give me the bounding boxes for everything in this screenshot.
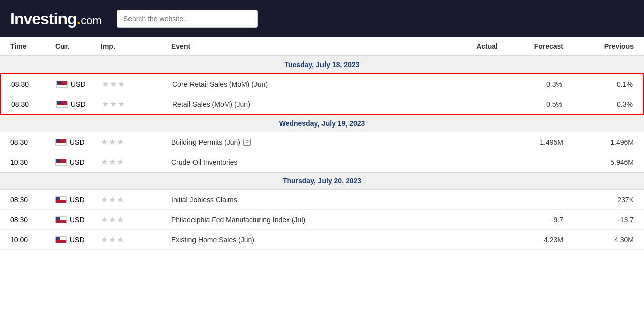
currency-cell: USD xyxy=(55,138,101,146)
currency-cell: USD xyxy=(55,236,101,244)
flag-us-icon xyxy=(56,101,68,108)
table-row[interactable]: 08:30 USD ★ ★ ★ Philadelphia Fed Manufac… xyxy=(0,210,644,230)
event-cell[interactable]: Crude Oil Inventories xyxy=(171,158,437,166)
table-row[interactable]: 08:30 USD ★ ★ ★ Retail Sales (MoM) (Jun)… xyxy=(1,94,643,114)
forecast-value: 1.495M xyxy=(498,138,563,146)
col-actual: Actual xyxy=(437,42,498,50)
time-cell: 08:30 xyxy=(10,216,55,224)
col-cur: Cur. xyxy=(55,42,101,50)
importance-stars: ★ ★ ★ xyxy=(102,79,172,89)
logo[interactable]: Investing.com xyxy=(10,10,102,28)
star-3: ★ xyxy=(118,99,125,109)
currency-cell: USD xyxy=(55,196,101,204)
table-row[interactable]: 08:30 USD ★ ★ ★ Core Retail Sales (MoM) … xyxy=(1,74,643,94)
event-name: Existing Home Sales (Jun) xyxy=(171,236,254,244)
flag-us-icon xyxy=(56,81,68,88)
currency-label: USD xyxy=(71,100,86,108)
event-cell[interactable]: Core Retail Sales (MoM) (Jun) xyxy=(172,80,436,88)
time-cell: 10:30 xyxy=(10,158,55,166)
forecast-value: -9.7 xyxy=(498,216,563,224)
event-cell[interactable]: Initial Jobless Claims xyxy=(171,196,437,204)
star-2: ★ xyxy=(109,195,116,204)
time-cell: 08:30 xyxy=(10,196,55,204)
forecast-value: 0.5% xyxy=(497,100,562,108)
logo-dot: . xyxy=(76,10,81,28)
star-3: ★ xyxy=(117,137,124,147)
importance-stars: ★ ★ ★ xyxy=(101,235,171,244)
event-name: Crude Oil Inventories xyxy=(171,158,238,166)
star-2: ★ xyxy=(109,215,116,224)
flag-us-icon xyxy=(55,216,67,223)
highlighted-group: 08:30 USD ★ ★ ★ Core Retail Sales (MoM) … xyxy=(0,73,644,115)
event-cell[interactable]: Philadelphia Fed Manufacturing Index (Ju… xyxy=(171,216,437,224)
star-3: ★ xyxy=(117,235,124,244)
col-imp: Imp. xyxy=(101,42,171,50)
search-input[interactable] xyxy=(117,10,258,28)
event-name: Core Retail Sales (MoM) (Jun) xyxy=(172,80,268,88)
col-forecast: Forecast xyxy=(498,42,563,50)
col-previous: Previous xyxy=(563,42,634,50)
star-1: ★ xyxy=(102,79,109,89)
logo-investing-text: Investing xyxy=(10,10,76,28)
star-1: ★ xyxy=(101,235,108,244)
time-cell: 08:30 xyxy=(11,80,56,88)
importance-stars: ★ ★ ★ xyxy=(101,137,171,147)
economic-calendar-table: Time Cur. Imp. Event Actual Forecast Pre… xyxy=(0,37,644,250)
event-name: Building Permits (Jun) xyxy=(171,138,240,146)
prelim-badge: P xyxy=(243,139,251,146)
previous-value: 5.946M xyxy=(563,158,634,166)
star-1: ★ xyxy=(101,137,108,147)
star-2: ★ xyxy=(110,79,117,89)
currency-cell: USD xyxy=(55,216,101,224)
event-cell[interactable]: Building Permits (Jun) P xyxy=(171,138,437,146)
time-cell: 08:30 xyxy=(10,138,55,146)
star-1: ★ xyxy=(102,99,109,109)
event-name: Philadelphia Fed Manufacturing Index (Ju… xyxy=(171,216,305,224)
time-cell: 08:30 xyxy=(11,100,56,108)
event-name: Retail Sales (MoM) (Jun) xyxy=(172,100,250,108)
star-2: ★ xyxy=(110,99,117,109)
previous-value: 0.1% xyxy=(562,80,633,88)
star-2: ★ xyxy=(109,235,116,244)
logo-com-text: com xyxy=(81,14,102,27)
flag-us-icon xyxy=(55,196,67,203)
flag-us-icon xyxy=(55,139,67,146)
currency-label: USD xyxy=(70,236,85,244)
time-cell: 10:00 xyxy=(10,236,55,244)
col-time: Time xyxy=(10,42,55,50)
date-row-wednesday: Wednesday, July 19, 2023 xyxy=(0,115,644,132)
table-row[interactable]: 10:30 USD ★ ★ ★ Crude Oil Inventories 5.… xyxy=(0,152,644,172)
forecast-value: 4.23M xyxy=(498,236,563,244)
event-cell[interactable]: Existing Home Sales (Jun) xyxy=(171,236,437,244)
table-row[interactable]: 08:30 USD ★ ★ ★ Initial Jobless Claims 2… xyxy=(0,190,644,210)
currency-label: USD xyxy=(70,158,85,166)
date-row-tuesday: Tuesday, July 18, 2023 xyxy=(0,56,644,73)
currency-cell: USD xyxy=(55,158,101,166)
previous-value: 1.496M xyxy=(563,138,634,146)
currency-label: USD xyxy=(70,196,85,204)
header: Investing.com xyxy=(0,0,644,37)
currency-cell: USD xyxy=(56,100,102,108)
col-event: Event xyxy=(171,42,437,50)
star-3: ★ xyxy=(117,215,124,224)
star-3: ★ xyxy=(118,79,125,89)
table-row[interactable]: 10:00 USD ★ ★ ★ Existing Home Sales (Jun… xyxy=(0,230,644,250)
star-2: ★ xyxy=(109,157,116,167)
importance-stars: ★ ★ ★ xyxy=(101,157,171,167)
star-2: ★ xyxy=(109,137,116,147)
currency-label: USD xyxy=(71,80,86,88)
previous-value: 237K xyxy=(563,196,634,204)
star-1: ★ xyxy=(101,195,108,204)
table-row[interactable]: 08:30 USD ★ ★ ★ Building Permits (Jun) P… xyxy=(0,132,644,152)
previous-value: 0.3% xyxy=(562,100,633,108)
star-3: ★ xyxy=(117,157,124,167)
forecast-value: 0.3% xyxy=(497,80,562,88)
currency-label: USD xyxy=(70,216,85,224)
previous-value: -13.7 xyxy=(563,216,634,224)
event-cell[interactable]: Retail Sales (MoM) (Jun) xyxy=(172,100,436,108)
previous-value: 4.30M xyxy=(563,236,634,244)
importance-stars: ★ ★ ★ xyxy=(102,99,172,109)
flag-us-icon xyxy=(55,159,67,166)
date-row-thursday: Thursday, July 20, 2023 xyxy=(0,172,644,190)
flag-us-icon xyxy=(55,236,67,243)
